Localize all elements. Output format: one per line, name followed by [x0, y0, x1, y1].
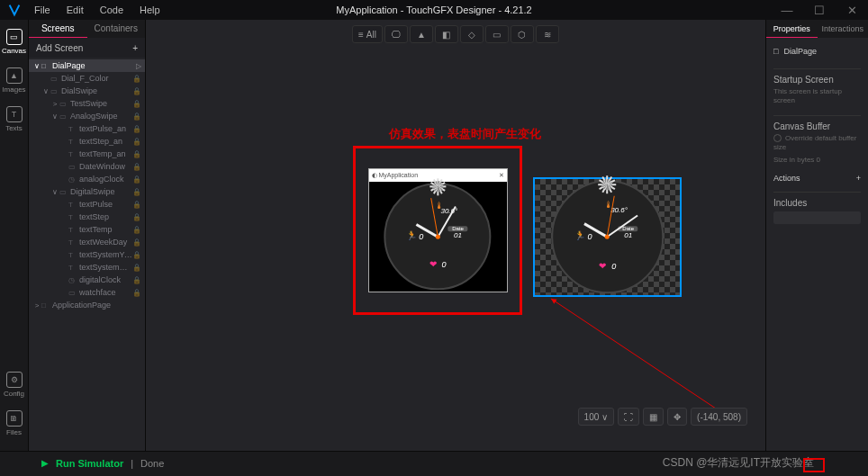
coords-readout: (-140, 508) [691, 408, 747, 426]
tree-item[interactable]: ▭Dial_F_Color🔒 [29, 72, 145, 85]
status-done: Done [140, 458, 164, 469]
pulse-value: 0 [442, 261, 447, 270]
steps-value: 0 [588, 233, 592, 242]
tree-item[interactable]: TtextTemp🔒 [29, 223, 145, 236]
add-screen-label: Add Screen [36, 43, 83, 53]
app-logo [0, 0, 29, 20]
maximize-button[interactable]: ☐ [803, 0, 836, 20]
add-screen-button[interactable]: Add Screen + [29, 38, 145, 58]
editor-watchface: 🌡 30.6° 🏃 0 Date01 ❤ 0 [535, 179, 680, 295]
svg-line-0 [551, 299, 740, 425]
tree-item[interactable]: ◷digitalClock🔒 [29, 274, 145, 286]
runner-icon: 🏃 [574, 230, 585, 240]
filter-all[interactable]: ≡ All [352, 25, 383, 43]
rail-images[interactable]: ▲Images [2, 64, 27, 97]
corner-highlight [803, 458, 825, 472]
canvas-area[interactable]: ≡ All 🖵 ▲ ◧ ◇ ▭ ⬡ ≋ 仿真效果，表盘时间产生变化 ◐ MyAp… [146, 20, 765, 451]
heart-icon: ❤ [599, 261, 606, 271]
canvas-footer: 100 ∨ ⛶ ▦ ✥ (-140, 508) [578, 408, 747, 426]
filter-screen-icon[interactable]: 🖵 [384, 25, 408, 43]
zoom-value[interactable]: 100 ∨ [578, 408, 614, 426]
tab-properties[interactable]: Properties [766, 20, 818, 38]
move-icon[interactable]: ✥ [667, 408, 687, 426]
tree-item[interactable]: TtextStep🔒 [29, 211, 145, 223]
startup-subtext: This screen is startup screen [773, 87, 861, 106]
pulse-value: 0 [611, 262, 616, 271]
canvas-toolbar: ≡ All 🖵 ▲ ◧ ◇ ▭ ⬡ ≋ [352, 25, 559, 43]
includes-field[interactable] [773, 211, 861, 224]
minimize-button[interactable]: — [771, 0, 803, 20]
fit-icon[interactable]: ⛶ [618, 408, 639, 426]
tree-item[interactable]: TtextPulse🔒 [29, 198, 145, 211]
run-simulator-button[interactable]: Run Simulator [56, 458, 123, 469]
annotation-text: 仿真效果，表盘时间产生变化 [389, 126, 541, 142]
simulator-close-icon[interactable]: ✕ [499, 172, 504, 179]
snap-icon[interactable]: ▦ [643, 408, 664, 426]
play-icon: ▶ [41, 458, 49, 468]
title-bar: File Edit Code Help MyApplication - Touc… [0, 0, 868, 20]
section-includes: Includes [773, 192, 861, 208]
screens-panel: Screens Containers Add Screen + ∨□DialPa… [29, 20, 146, 451]
main-menu: File Edit Code Help [29, 4, 160, 15]
tree-item[interactable]: TtextSystemDate🔒 [29, 261, 145, 274]
filter-3d-icon[interactable]: ⬡ [511, 25, 534, 43]
rail-canvas[interactable]: ▭Canvas [2, 25, 27, 58]
tree-item[interactable]: TtextTemp_an🔒 [29, 148, 145, 160]
date-window: Date01 [448, 226, 468, 239]
properties-panel: Properties Interactions □DialPage Startu… [765, 20, 868, 451]
widget-tree[interactable]: ∨□DialPage▷▭Dial_F_Color🔒∨▭DialSwipe🔒>▭T… [29, 58, 145, 451]
override-checkbox[interactable] [773, 134, 782, 142]
tab-containers[interactable]: Containers [87, 20, 146, 38]
steps-value: 0 [419, 232, 423, 241]
tab-interactions[interactable]: Interactions [818, 20, 869, 38]
override-label: Override default buffer size [773, 134, 856, 151]
window-controls: — ☐ ✕ [771, 0, 868, 20]
add-action-button[interactable]: + [856, 174, 861, 183]
tree-item[interactable]: ∨□DialPage▷ [29, 59, 145, 72]
filter-layers-icon[interactable]: ◧ [435, 25, 458, 43]
section-canvasbuf: Canvas Buffer [773, 115, 861, 131]
menu-edit[interactable]: Edit [67, 4, 84, 15]
section-actions: Actions+ [773, 174, 861, 183]
tree-item[interactable]: >□ApplicationPage [29, 299, 145, 311]
tree-item[interactable]: TtextStep_an🔒 [29, 135, 145, 148]
editor-selection[interactable]: 🌡 30.6° 🏃 0 Date01 ❤ 0 [533, 177, 682, 297]
simulator-highlight: ◐ MyApplication ✕ 🌡 30.6° 🏃 0 Date01 ❤ 0 [353, 146, 522, 315]
simulator-window: ◐ MyApplication ✕ 🌡 30.6° 🏃 0 Date01 ❤ 0 [368, 168, 508, 292]
window-title: MyApplication - TouchGFX Designer - 4.21… [336, 4, 531, 15]
filter-image-icon[interactable]: ▲ [410, 25, 433, 43]
rail-texts[interactable]: TTexts [2, 103, 27, 136]
status-bar: ▶ Run Simulator | Done CSDN @华清远见IT开放实验室 [0, 451, 868, 474]
left-rail: ▭Canvas ▲Images TTexts ⚙Config 🗎Files [0, 20, 29, 451]
tree-item[interactable]: ∨▭DialSwipe🔒 [29, 85, 145, 97]
tree-item[interactable]: ▭watchface🔒 [29, 286, 145, 299]
close-button[interactable]: ✕ [836, 0, 868, 20]
tree-item[interactable]: ∨▭DigitalSwipe🔒 [29, 185, 145, 198]
temp-value: 30.6° [610, 206, 628, 214]
filter-stack-icon[interactable]: ≋ [536, 25, 559, 43]
simulator-watchface: 🌡 30.6° 🏃 0 Date01 ❤ 0 [369, 182, 507, 292]
tree-item[interactable]: >▭TestSwipe🔒 [29, 97, 145, 110]
tab-screens[interactable]: Screens [29, 20, 87, 38]
rail-files[interactable]: 🗎Files [2, 407, 27, 440]
size-hint: Size in bytes 0 [773, 156, 861, 165]
runner-icon: 🏃 [406, 230, 417, 240]
heart-icon: ❤ [429, 259, 437, 269]
tree-item[interactable]: TtextSystemYear🔒 [29, 248, 145, 261]
tree-item[interactable]: ∨▭AnalogSwipe🔒 [29, 110, 145, 122]
tree-item[interactable]: TtextPulse_an🔒 [29, 122, 145, 135]
tree-item[interactable]: TtextWeekDay🔒 [29, 236, 145, 248]
menu-file[interactable]: File [34, 4, 50, 15]
filter-box-icon[interactable]: ▭ [485, 25, 509, 43]
tree-item[interactable]: ◷analogClock🔒 [29, 173, 145, 185]
menu-help[interactable]: Help [140, 4, 160, 15]
filter-shapes-icon[interactable]: ◇ [460, 25, 484, 43]
props-name: DialPage [783, 47, 817, 56]
watermark: CSDN @华清远见IT开放实验室 [663, 455, 814, 471]
rail-config[interactable]: ⚙Config [2, 368, 27, 401]
date-window: Date01 [619, 226, 638, 239]
tree-item[interactable]: ▭DateWindow🔒 [29, 160, 145, 173]
screen-icon: □ [773, 47, 778, 56]
section-startup: Startup Screen [773, 68, 861, 85]
menu-code[interactable]: Code [100, 4, 123, 15]
